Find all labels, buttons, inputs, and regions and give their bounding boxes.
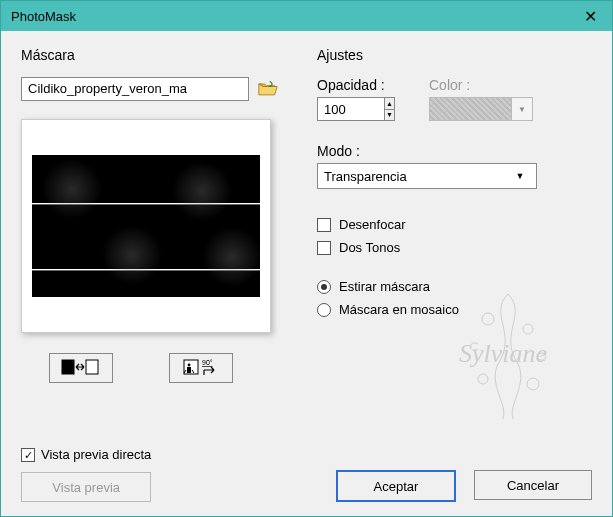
stretch-label: Estirar máscara — [339, 279, 430, 294]
svg-rect-5 — [187, 367, 191, 373]
mask-path-field[interactable]: Cildiko_property_veron_ma — [21, 77, 249, 101]
duotone-checkbox[interactable]: Dos Tonos — [317, 240, 592, 255]
invert-mask-button[interactable] — [49, 353, 113, 383]
color-dropdown-button: ▼ — [511, 98, 532, 120]
opacity-spinner[interactable]: ▲ ▼ — [317, 97, 395, 121]
adjust-group-label: Ajustes — [317, 47, 592, 63]
checkbox-icon — [317, 218, 331, 232]
window-title: PhotoMask — [11, 9, 76, 24]
color-picker: ▼ — [429, 97, 533, 121]
blur-label: Desenfocar — [339, 217, 405, 232]
rotate-mask-button[interactable]: 90° — [169, 353, 233, 383]
mosaic-label: Máscara en mosaico — [339, 302, 459, 317]
rotate-90-icon: 90° — [180, 357, 222, 380]
chevron-down-icon: ▼ — [510, 171, 530, 181]
invert-icon — [60, 357, 102, 380]
svg-text:90°: 90° — [202, 359, 213, 366]
preview-button: Vista previa — [21, 472, 151, 502]
mode-select[interactable]: Transparencia ▼ — [317, 163, 537, 189]
direct-preview-label: Vista previa directa — [41, 447, 151, 462]
mosaic-mask-radio[interactable]: Máscara en mosaico — [317, 302, 592, 317]
cancel-button[interactable]: Cancelar — [474, 470, 592, 500]
radio-icon — [317, 280, 331, 294]
color-swatch — [430, 98, 511, 120]
ok-button[interactable]: Aceptar — [336, 470, 456, 502]
mask-preview — [21, 119, 271, 333]
radio-icon — [317, 303, 331, 317]
checkbox-icon — [317, 241, 331, 255]
mask-preview-image — [32, 155, 260, 297]
stretch-mask-radio[interactable]: Estirar máscara — [317, 279, 592, 294]
blur-checkbox[interactable]: Desenfocar — [317, 217, 592, 232]
opacity-up-button[interactable]: ▲ — [385, 98, 394, 110]
close-icon: ✕ — [584, 7, 597, 26]
opacity-input[interactable] — [318, 98, 384, 120]
opacity-down-button[interactable]: ▼ — [385, 110, 394, 121]
duotone-label: Dos Tonos — [339, 240, 400, 255]
browse-button[interactable] — [255, 77, 281, 101]
mask-group-label: Máscara — [21, 47, 281, 63]
close-button[interactable]: ✕ — [568, 1, 612, 31]
mode-value: Transparencia — [324, 169, 407, 184]
direct-preview-checkbox[interactable]: Vista previa directa — [21, 447, 151, 462]
opacity-label: Opacidad : — [317, 77, 395, 93]
photomask-dialog: PhotoMask ✕ Máscara Cildiko_property_ver… — [0, 0, 613, 517]
folder-open-icon — [258, 81, 278, 97]
svg-rect-1 — [62, 360, 74, 374]
svg-rect-2 — [86, 360, 98, 374]
mode-label: Modo : — [317, 143, 592, 159]
checkbox-icon — [21, 448, 35, 462]
svg-point-4 — [188, 363, 191, 366]
titlebar: PhotoMask ✕ — [1, 1, 612, 31]
color-label: Color : — [429, 77, 533, 93]
